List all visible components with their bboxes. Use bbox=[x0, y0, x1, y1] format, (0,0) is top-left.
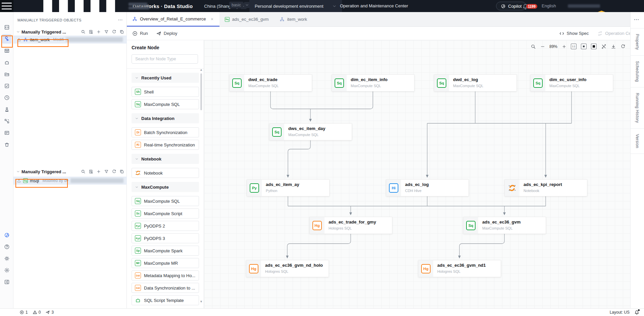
filter-icon[interactable] bbox=[104, 169, 109, 174]
workspace-selector[interactable]: Personal development environment bbox=[249, 0, 342, 12]
dag-node-ads_ec_log[interactable]: Hiads_ec_logCDH Hive bbox=[386, 179, 469, 196]
canvas-search-icon[interactable] bbox=[531, 44, 536, 49]
dag-node-ads_ec_kpi_report[interactable]: ads_ec_kpi_reportNotebook bbox=[504, 179, 587, 196]
statusbar-bell-button[interactable] bbox=[634, 310, 639, 315]
dag-node-dim_ec_item_info[interactable]: Sqdim_ec_item_infoMaxCompute SQL bbox=[332, 74, 414, 91]
rail-item-lineage[interactable] bbox=[0, 115, 13, 127]
upload-icon[interactable] bbox=[17, 38, 21, 42]
node-type-PyODPS 2[interactable]: Py2PyODPS 2 bbox=[132, 221, 199, 231]
node-type-PyODPS 3[interactable]: Py3PyODPS 3 bbox=[132, 233, 199, 243]
layout-indicator[interactable]: Layout: US bbox=[610, 310, 630, 315]
node-type-Notebook[interactable]: Notebook bbox=[132, 168, 199, 178]
deploy-count[interactable]: 3 bbox=[45, 310, 54, 315]
node-group-Recently Used[interactable]: Recently Used bbox=[132, 73, 199, 83]
right-tab-Version[interactable]: Version bbox=[631, 129, 644, 154]
rail-item-folder[interactable] bbox=[0, 68, 13, 80]
refresh-icon[interactable] bbox=[112, 29, 116, 34]
node-type-MaxCompute Spark[interactable]: SpMaxCompute Spark bbox=[132, 246, 199, 256]
node-type-MaxCompute SQL[interactable]: SqMaxCompute SQL bbox=[132, 99, 199, 109]
node-type-MaxCompute SQL[interactable]: SqMaxCompute SQL bbox=[132, 196, 199, 206]
rail-item-settings[interactable] bbox=[0, 264, 13, 276]
close-icon[interactable] bbox=[210, 17, 214, 21]
chevron-down-icon[interactable] bbox=[16, 30, 20, 34]
dag-node-dws_ec_item_day[interactable]: Sqdws_ec_item_dayMaxCompute SQL bbox=[269, 123, 352, 140]
show-spec-button[interactable]: Show Spec bbox=[559, 31, 589, 36]
node-group-MaxCompute[interactable]: MaxCompute bbox=[132, 182, 199, 192]
dag-node-dwd_ec_trade[interactable]: Sqdwd_ec_tradeMaxCompute SQL bbox=[229, 74, 312, 91]
scrollbar-thumb[interactable] bbox=[200, 73, 202, 110]
rail-item-theme[interactable] bbox=[0, 253, 13, 264]
rail-item-code[interactable] bbox=[0, 21, 13, 33]
filter-icon[interactable] bbox=[104, 29, 109, 34]
refresh-icon[interactable] bbox=[112, 169, 116, 174]
workflow-canvas[interactable]: Sqdwd_ec_tradeMaxCompute SQLSqdim_ec_ite… bbox=[204, 40, 630, 308]
node-type-Shell[interactable]: ShShell bbox=[132, 87, 199, 97]
node-type-Batch Synchronization[interactable]: DIBatch Synchronization bbox=[132, 127, 199, 137]
node-group-Notebook[interactable]: Notebook bbox=[132, 154, 199, 164]
notifications-button[interactable]: 1199 bbox=[522, 3, 529, 10]
rail-item-collapse[interactable] bbox=[0, 276, 13, 288]
rail-item-copilot[interactable] bbox=[0, 229, 13, 241]
mode-selector[interactable]: basic bbox=[229, 2, 250, 8]
tab-Overview_of_Retail_E_commerce[interactable]: Overview_of_Retail_E_commerce bbox=[127, 12, 219, 26]
right-tab-Running History[interactable]: Running History bbox=[631, 87, 644, 129]
dag-node-dim_ec_user_info[interactable]: Sqdim_ec_user_infoMaxCompute SQL bbox=[530, 74, 613, 91]
rail-item-approval[interactable] bbox=[0, 104, 13, 115]
scroll-up-icon[interactable]: ▲ bbox=[200, 68, 203, 71]
om-center-link[interactable]: Operation and Maintenance Center bbox=[340, 3, 408, 8]
search-icon[interactable] bbox=[81, 169, 86, 174]
create-node-scrollbar[interactable]: ▲ ▼ bbox=[200, 69, 202, 303]
warning-count[interactable]: 0 bbox=[33, 310, 41, 315]
rail-item-checklist[interactable] bbox=[0, 80, 13, 91]
focus-selection-button[interactable] bbox=[591, 44, 597, 49]
copilot-button[interactable]: Copilot bbox=[496, 2, 526, 10]
rail-item-help[interactable] bbox=[0, 241, 13, 252]
rail-item-table[interactable] bbox=[0, 45, 13, 56]
dag-node-ads_ec_ec36_gvm[interactable]: Sqads_ec_ec36_gvmMaxCompute SQL bbox=[463, 217, 546, 234]
rail-item-manual-trigger[interactable] bbox=[0, 33, 13, 45]
zoom-reset-button[interactable]: 1:1 bbox=[571, 44, 577, 49]
copy-icon[interactable] bbox=[119, 169, 124, 174]
tree-item-item_work[interactable]: item_workModifi bbox=[13, 36, 127, 44]
run-button[interactable]: Run bbox=[132, 31, 148, 36]
node-type-MaxCompute MR[interactable]: MrMaxCompute MR bbox=[132, 258, 199, 268]
tab-ads_ec_ec36_gvm[interactable]: Sqads_ec_ec36_gvm bbox=[219, 12, 274, 26]
node-type-Real-time Synchronization[interactable]: RiReal-time Synchronization bbox=[132, 140, 199, 150]
export-image-button[interactable] bbox=[611, 44, 616, 49]
node-type-Metadata Mapping to Ho...[interactable]: DdIMetadata Mapping to Ho... bbox=[132, 270, 199, 280]
panel-more-button[interactable] bbox=[118, 17, 123, 22]
error-count[interactable]: 1 bbox=[19, 310, 28, 315]
node-type-search-input[interactable] bbox=[132, 54, 198, 64]
rail-item-trash[interactable] bbox=[0, 139, 13, 150]
language-selector[interactable]: English bbox=[542, 3, 556, 8]
zoom-in-button[interactable] bbox=[562, 44, 566, 49]
auto-layout-button[interactable] bbox=[601, 44, 606, 49]
node-type-SQL Script Template[interactable]: SQL Script Template bbox=[132, 295, 199, 305]
tree-section-header[interactable]: Manually Triggered ... bbox=[13, 168, 127, 176]
upload-icon[interactable] bbox=[17, 179, 21, 183]
chevron-down-icon[interactable] bbox=[16, 170, 20, 174]
tree-section-header[interactable]: Manually Triggered ... bbox=[13, 28, 127, 36]
copy-icon[interactable] bbox=[119, 29, 124, 34]
rail-item-extension[interactable] bbox=[0, 57, 13, 68]
docsearch-icon[interactable] bbox=[89, 29, 93, 34]
tab-overflow-button[interactable] bbox=[634, 17, 639, 22]
deploy-button[interactable]: Deploy bbox=[156, 31, 177, 36]
scroll-down-icon[interactable]: ▼ bbox=[200, 300, 203, 303]
tree-item-msql[interactable]: SqmsqlModified by dv bbox=[13, 177, 127, 185]
node-group-Data Integration[interactable]: Data Integration bbox=[132, 113, 199, 123]
dag-node-ads_ec_ec36_gvm_nd1[interactable]: Hgads_ec_ec36_gvm_nd1Hologres SQL bbox=[418, 260, 501, 277]
right-tab-Scheduling[interactable]: Scheduling bbox=[631, 56, 644, 87]
refresh-canvas-button[interactable] bbox=[621, 44, 626, 49]
search-icon[interactable] bbox=[81, 29, 86, 34]
plus-icon[interactable] bbox=[96, 169, 101, 174]
dag-node-ads_ec_ec36_gvm_nd_holo[interactable]: Hgads_ec_ec36_gvm_nd_holoHologres SQL bbox=[246, 260, 329, 277]
node-type-MaxCompute Script[interactable]: ScMaxCompute Script bbox=[132, 208, 199, 218]
node-type-Data Synchronization to ...[interactable]: DdIData Synchronization to ... bbox=[132, 283, 199, 293]
right-tab-Property[interactable]: Property bbox=[631, 28, 644, 56]
dag-node-dwd_ec_log[interactable]: Sqdwd_ec_logMaxCompute SQL bbox=[434, 74, 517, 91]
dag-node-ads_ec_item_ay[interactable]: Pyads_ec_item_ayPython bbox=[247, 179, 330, 196]
zoom-out-button[interactable] bbox=[540, 44, 545, 49]
plus-icon[interactable] bbox=[96, 29, 101, 34]
dag-node-ads_ec_trade_for_gmy[interactable]: Hgads_ec_trade_for_gmyHologres SQL bbox=[309, 217, 392, 234]
